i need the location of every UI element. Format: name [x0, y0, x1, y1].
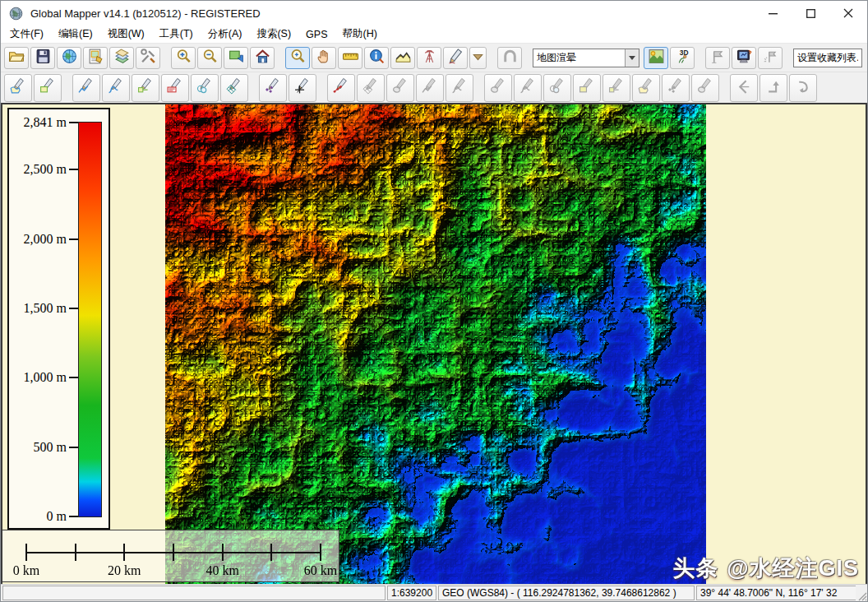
zoom-out-icon	[201, 48, 219, 68]
legend-tick-label: 0 m	[11, 509, 67, 524]
menu-item-7[interactable]: 帮助(H)	[335, 25, 384, 44]
minimize-button[interactable]	[754, 1, 792, 25]
create-point-features-button[interactable]	[259, 74, 287, 102]
zoom-tool-button[interactable]	[285, 47, 310, 69]
mark-waypoint-button	[758, 47, 783, 69]
zoom-to-fit-button[interactable]	[224, 47, 248, 69]
legend-tick-mark	[69, 308, 78, 309]
overlay-control-center-button[interactable]	[109, 47, 134, 69]
erase-feature-icon	[697, 77, 714, 98]
zoom-in-button[interactable]	[171, 47, 196, 69]
create-grid-feature-icon	[226, 77, 243, 98]
globe-icon	[61, 48, 78, 68]
home-icon	[254, 48, 271, 68]
create-vertical-line-button[interactable]	[289, 74, 316, 102]
toolbar-digitizer	[1, 72, 867, 103]
scale-tick-40km	[222, 544, 224, 561]
create-area-feature-button[interactable]	[4, 74, 32, 102]
shader-combobox[interactable]: 地图渲晕	[533, 49, 639, 67]
fill-feature-icon	[638, 77, 655, 98]
rotate-feature-button	[386, 74, 414, 102]
map-canvas[interactable]	[165, 104, 706, 584]
toolbar1-group-3	[497, 47, 524, 69]
scale-tick-50km	[270, 544, 272, 561]
gps-display-button[interactable]	[732, 47, 756, 69]
configuration-button[interactable]	[136, 47, 160, 69]
waypoint-flag-button	[705, 47, 730, 69]
full-view-button[interactable]	[250, 47, 275, 69]
view-3d-button[interactable]: 3D	[670, 47, 695, 69]
create-grid-feature-button[interactable]	[220, 74, 248, 102]
info-icon	[368, 48, 386, 68]
legend-tick-mark	[69, 516, 78, 517]
legend-tick-label: 2,841 m	[11, 115, 67, 130]
menu-item-6[interactable]: GPS	[298, 26, 335, 43]
create-rectangle-area-button[interactable]	[34, 74, 62, 102]
legend-tick-label: 2,000 m	[11, 232, 67, 247]
menu-item-4[interactable]: 分析(A)	[201, 25, 250, 44]
view-shed-icon	[421, 48, 438, 68]
digitizer-tool-button[interactable]	[443, 47, 468, 69]
feature-info-tool-button[interactable]	[364, 47, 389, 69]
ruler-icon	[342, 48, 359, 68]
toolbar2-group-0	[4, 74, 63, 102]
erase-feature-button	[691, 74, 719, 102]
elevation-gradient-bar	[78, 122, 102, 517]
raise-feature-icon	[765, 77, 783, 98]
create-line-feature-icon	[78, 77, 95, 98]
maximize-button[interactable]	[792, 1, 829, 25]
view-3d-icon: 3D	[674, 48, 691, 68]
create-coded-line-icon	[167, 77, 184, 98]
create-spline-line-button[interactable]	[102, 74, 130, 102]
status-coordinates: 39° 44' 48.7006" N, 116° 17' 32	[696, 586, 856, 600]
create-spline-line-icon	[108, 77, 125, 98]
legend-tick-mark	[69, 238, 78, 240]
menu-item-5[interactable]: 搜索(S)	[249, 25, 298, 44]
map-catalog-icon	[87, 48, 104, 68]
open-file-button[interactable]	[4, 47, 29, 69]
resize-grip[interactable]	[856, 585, 867, 601]
move-feature-button	[357, 74, 385, 102]
zoom-out-button[interactable]	[197, 47, 222, 69]
menu-item-3[interactable]: 工具(T)	[152, 25, 201, 44]
path-profile-tool-button[interactable]	[390, 47, 415, 69]
copy-feature-button	[573, 74, 601, 102]
view-shed-tool-button[interactable]	[417, 47, 441, 69]
app-window: Global Mapper v14.1 (b120512) - REGISTER…	[0, 0, 868, 602]
previous-vertex-icon	[736, 77, 753, 98]
trace-feature-button	[543, 74, 571, 102]
shader-combobox-value: 地图渲晕	[533, 51, 625, 65]
configuration-icon	[140, 48, 157, 68]
close-button[interactable]	[829, 1, 867, 25]
gps-track-button	[497, 47, 522, 69]
more-tools-dropdown-button[interactable]	[469, 47, 487, 69]
save-button[interactable]	[30, 47, 55, 69]
reshape-feature-icon	[490, 77, 507, 98]
create-line-feature-button[interactable]	[72, 74, 100, 102]
toolbar2-group-4	[484, 74, 721, 102]
fill-feature-button	[632, 74, 660, 102]
edit-line-vertices-button[interactable]	[327, 74, 355, 102]
track-arc-icon	[501, 48, 519, 68]
create-coded-line-button[interactable]	[161, 74, 189, 102]
create-circle-feature-button[interactable]	[191, 74, 219, 102]
menu-item-1[interactable]: 编辑(E)	[51, 25, 100, 44]
measure-tool-button[interactable]	[338, 47, 362, 69]
create-rectangle-line-button[interactable]	[132, 74, 159, 102]
smooth-feature-icon	[519, 77, 537, 98]
scale-tick-10km	[75, 544, 76, 561]
pan-tool-button[interactable]	[312, 47, 336, 69]
menu-item-0[interactable]: 文件(F)	[2, 25, 51, 44]
create-area-feature-icon	[10, 77, 27, 98]
combine-features-button	[662, 74, 690, 102]
legend-tick-mark	[69, 122, 78, 123]
toolbar2-group-2	[259, 74, 318, 102]
combo-dropdown-icon[interactable]	[625, 49, 639, 67]
menu-item-2[interactable]: 视图(W)	[100, 25, 152, 44]
create-circle-feature-icon	[196, 77, 214, 98]
favorites-input[interactable]	[793, 49, 862, 67]
distance-scale-bar: 0 km20 km40 km60 km	[1, 530, 339, 582]
map-catalog-button[interactable]	[83, 47, 108, 69]
shader-options-button[interactable]	[644, 47, 668, 69]
download-online-data-button[interactable]	[57, 47, 81, 69]
